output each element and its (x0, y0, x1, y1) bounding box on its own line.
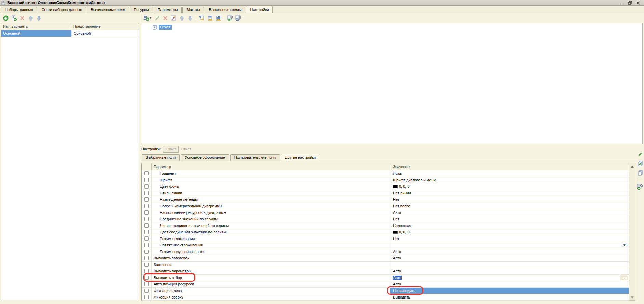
add-variant-button[interactable] (3, 15, 9, 21)
param-row-series-connection[interactable]: Соединение значений по сериям Нет (142, 216, 629, 222)
param-checkbox[interactable] (144, 263, 149, 267)
value-picker-button[interactable]: ... (620, 275, 628, 280)
param-row-output-title[interactable]: Выводить заголовок Авто (142, 255, 629, 262)
settings-structure-tree[interactable]: Отчет (141, 23, 643, 144)
param-value[interactable]: Ложь (390, 170, 629, 177)
param-value[interactable]: 0, 0, 0 (390, 183, 629, 190)
param-row-fix-left[interactable]: Фиксация слева Не выводить (142, 288, 629, 294)
param-row-legend-placement[interactable]: Размещение легенды Нет (142, 196, 629, 203)
scroll-up-icon[interactable] (630, 163, 635, 169)
param-row-fix-top[interactable]: Фиксация сверху Выводить (142, 294, 629, 301)
param-value[interactable]: 0, 0, 0 (390, 229, 629, 235)
param-checkbox[interactable] (144, 236, 149, 241)
param-checkbox[interactable] (144, 256, 149, 260)
param-row-gauge-bands[interactable]: Полосы измерительной диаграммы Нет полос (142, 203, 629, 209)
param-row-gradient[interactable]: Градиент Ложь (142, 170, 629, 177)
param-value[interactable] (390, 262, 629, 268)
move-variant-up-button[interactable] (27, 15, 34, 21)
param-checkbox[interactable] (144, 217, 149, 221)
copy-items-button[interactable] (637, 170, 643, 176)
move-setting-up-button[interactable] (179, 15, 185, 21)
param-row-series-connection-color[interactable]: Цвет соединения значений по сериям 0, 0,… (142, 229, 629, 235)
param-row-title[interactable]: Заголовок (142, 262, 629, 268)
grid-add-gear-button[interactable] (227, 15, 233, 21)
param-checkbox[interactable] (144, 243, 149, 247)
variant-row[interactable]: Основной Основной (1, 30, 139, 37)
param-checkbox[interactable] (144, 178, 149, 182)
param-row-output-filter[interactable]: Выводить отбор Авто ... (142, 275, 629, 281)
param-checkbox[interactable] (144, 204, 149, 208)
tab-user-fields[interactable]: Пользовательские поля (230, 154, 280, 161)
tab-other-settings[interactable]: Другие настройки (281, 154, 320, 161)
param-value[interactable]: Нет линии (390, 190, 629, 196)
close-icon[interactable] (636, 1, 641, 5)
copy-variant-button[interactable] (11, 15, 17, 21)
param-value[interactable]: Авто (390, 255, 629, 261)
tab-selected-fields[interactable]: Выбранные поля (142, 154, 180, 161)
param-value[interactable]: Авто (390, 248, 629, 255)
grid-settings-button[interactable] (637, 184, 643, 190)
param-row-smoothing-tension[interactable]: Натяжение сглаживания 95 (142, 242, 629, 248)
param-row-font[interactable]: Шрифт Шрифт диалогов и меню (142, 177, 629, 183)
param-value[interactable]: Авто (390, 281, 629, 287)
output-stand-button[interactable] (207, 15, 213, 21)
param-value[interactable]: Нет (390, 216, 629, 222)
param-checkbox[interactable] (144, 295, 149, 299)
scroll-down-icon[interactable] (630, 295, 635, 300)
param-checkbox[interactable] (144, 197, 149, 202)
check-items-button[interactable] (637, 161, 643, 167)
edit-setting-item-button[interactable] (154, 15, 160, 21)
param-checkbox[interactable] (144, 250, 149, 254)
param-value[interactable]: Сплошная (390, 222, 629, 229)
grid-search-gear-button[interactable] (235, 15, 242, 21)
delete-variant-button[interactable] (19, 15, 25, 21)
tab-parameters[interactable]: Параметры (154, 7, 182, 13)
param-checkbox[interactable] (144, 230, 149, 234)
param-checkbox[interactable] (144, 276, 149, 280)
tab-data-sets[interactable]: Наборы данных (1, 7, 37, 13)
param-row-background-color[interactable]: Цвет фона 0, 0, 0 (142, 183, 629, 190)
param-checkbox[interactable] (144, 210, 149, 215)
doc-arrow-button[interactable] (199, 15, 205, 21)
delete-setting-item-button[interactable] (162, 15, 168, 21)
param-value[interactable]: Нет (390, 196, 629, 203)
save-stand-button[interactable] (215, 15, 221, 21)
param-value-editor[interactable]: Авто ... (390, 275, 629, 281)
param-checkbox[interactable] (144, 269, 149, 273)
param-row-smoothing-mode[interactable]: Режим сглаживания Нет (142, 235, 629, 242)
move-variant-down-button[interactable] (36, 15, 42, 21)
tab-data-set-links[interactable]: Связи наборов данных (38, 7, 86, 13)
param-checkbox[interactable] (144, 191, 149, 195)
param-value[interactable]: Шрифт диалогов и меню (390, 177, 629, 183)
restore-icon[interactable] (628, 1, 632, 5)
param-value[interactable]: 95 (390, 242, 629, 248)
tab-templates[interactable]: Макеты (182, 7, 204, 13)
tab-calculated-fields[interactable]: Вычисляемые поля (87, 7, 129, 13)
param-checkbox[interactable] (144, 171, 149, 175)
tab-nested-schemas[interactable]: Вложенные схемы (205, 7, 245, 13)
tab-conditional-appearance[interactable]: Условное оформление (181, 154, 229, 161)
param-row-resource-placement[interactable]: Расположение ресурсов в диаграмме Авто (142, 209, 629, 216)
param-checkbox[interactable] (144, 223, 149, 228)
minimize-icon[interactable] (619, 1, 624, 5)
param-value[interactable]: Нет полос (390, 203, 629, 209)
param-checkbox[interactable] (144, 289, 149, 293)
param-value[interactable]: Нет (390, 235, 629, 242)
add-setting-item-button[interactable] (143, 15, 152, 21)
param-checkbox[interactable] (144, 282, 149, 286)
grid-vertical-scrollbar[interactable] (629, 163, 635, 301)
param-row-series-connection-lines[interactable]: Линии соединения значений по сериям Спло… (142, 222, 629, 229)
settings-path-report-button[interactable]: Отчет (163, 146, 179, 153)
param-row-line-style[interactable]: Стиль линии Нет линии (142, 190, 629, 196)
param-row-output-parameters[interactable]: Выводить параметры Авто (142, 268, 629, 275)
tab-settings[interactable]: Настройки (246, 6, 273, 13)
param-value[interactable]: Выводить (390, 294, 629, 300)
param-row-auto-resource-position[interactable]: Авто позиция ресурсов Авто (142, 281, 629, 288)
tab-resources[interactable]: Ресурсы (130, 7, 153, 13)
param-value[interactable]: Авто (390, 209, 629, 216)
param-value-selected[interactable]: Не выводить (390, 288, 629, 294)
param-checkbox[interactable] (144, 184, 149, 189)
edit-value-button[interactable] (637, 151, 643, 157)
settings-wizard-button[interactable] (170, 15, 177, 21)
move-setting-down-button[interactable] (187, 15, 193, 21)
